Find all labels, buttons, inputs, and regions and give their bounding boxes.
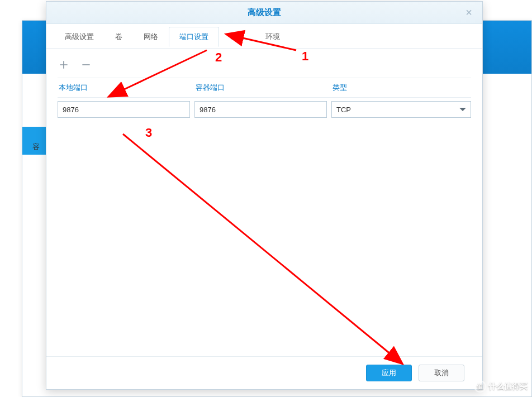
tab-port-settings[interactable]: 端口设置: [169, 27, 219, 47]
header-container-port: 容器端口: [194, 83, 331, 93]
column-headers: 本地端口 容器端口 类型: [58, 78, 471, 98]
table-row: TCP: [58, 98, 471, 121]
watermark-badge: 值: [474, 380, 486, 393]
tabs-bar: 高级设置 卷 网络 端口设置 链接 环境: [46, 25, 482, 49]
dialog-titlebar: 高级设置 ×: [46, 2, 482, 24]
tab-advanced[interactable]: 高级设置: [54, 27, 104, 46]
toolbar: [46, 49, 482, 78]
add-icon[interactable]: [58, 59, 70, 71]
background-sidebar-char: 容: [32, 142, 40, 152]
header-type: 类型: [331, 83, 471, 93]
dialog-footer: 应用 取消: [46, 356, 482, 389]
dialog-title: 高级设置: [248, 7, 281, 18]
port-table: 本地端口 容器端口 类型 TCP: [46, 78, 482, 356]
type-select[interactable]: TCP: [331, 101, 471, 118]
advanced-settings-dialog: 高级设置 × 高级设置 卷 网络 端口设置 链接 环境 本地端口 容器端口 类型: [46, 1, 483, 390]
header-local-port: 本地端口: [58, 83, 194, 93]
cancel-button[interactable]: 取消: [419, 365, 464, 381]
remove-icon[interactable]: [80, 59, 92, 71]
tab-network[interactable]: 网络: [133, 27, 169, 46]
chevron-down-icon: [459, 108, 466, 111]
tab-environment[interactable]: 环境: [255, 27, 291, 46]
close-icon[interactable]: ×: [462, 6, 476, 20]
watermark: 值 什么值得买: [474, 380, 528, 393]
tab-links[interactable]: 链接: [219, 27, 255, 46]
apply-button[interactable]: 应用: [366, 365, 412, 381]
type-select-value: TCP: [336, 106, 351, 114]
watermark-text: 什么值得买: [488, 381, 528, 391]
container-port-input[interactable]: [194, 101, 327, 118]
local-port-input[interactable]: [58, 101, 190, 118]
tab-volume[interactable]: 卷: [104, 27, 133, 46]
